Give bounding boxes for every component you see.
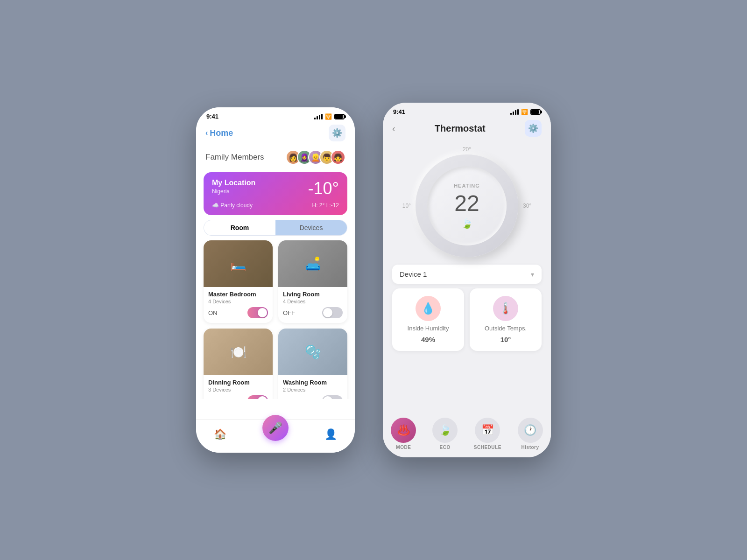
tab-room[interactable]: Room xyxy=(204,220,275,235)
family-label: Family Members xyxy=(205,153,264,162)
history-label: History xyxy=(521,445,539,450)
avatars-group: 👩 🧕 👱 👦 👧 xyxy=(286,150,345,165)
toggle-master-bedroom[interactable] xyxy=(247,307,268,318)
eco-label: ECO xyxy=(440,445,451,450)
wifi-icon-right: 🛜 xyxy=(521,109,528,115)
thermostat-dial-section: 20° 10° xyxy=(383,141,551,257)
outside-temp-value: 10° xyxy=(500,336,511,343)
thermometer-icon: 🌡️ xyxy=(499,302,513,315)
wifi-icon: 🛜 xyxy=(325,113,332,120)
mode-icon: ♨️ xyxy=(397,424,410,436)
schedule-icon: 📅 xyxy=(481,424,494,436)
sensor-card-humidity: 💧 Inside Humidity 49% xyxy=(392,288,464,351)
eco-leaf-icon: 🍃 xyxy=(461,218,473,229)
thermostat-header: ‹ Thermostat ⚙️ xyxy=(383,118,551,141)
dial-label-right: 30° xyxy=(523,203,531,209)
mic-button[interactable]: 🎤 xyxy=(262,415,289,441)
back-button-thermostat[interactable]: ‹ xyxy=(392,123,395,134)
toggle-living-room[interactable] xyxy=(322,307,343,318)
outside-temp-icon-circle: 🌡️ xyxy=(493,296,518,321)
room-image-washing-room: 🫧 xyxy=(278,329,347,375)
room-card-master-bedroom[interactable]: 🛏️ Master Bedroom 4 Devices ON xyxy=(204,240,273,323)
history-icon-circle: 🕐 xyxy=(518,418,543,443)
home-phone: 9:41 🛜 ‹ Home ⚙️ Family Members 👩 xyxy=(196,107,355,453)
tab-devices[interactable]: Devices xyxy=(275,220,347,235)
gear-icon: ⚙️ xyxy=(332,128,342,138)
eco-icon: 🍃 xyxy=(439,424,451,436)
heating-mode-label: HEATING xyxy=(454,183,480,189)
battery-icon xyxy=(334,114,345,119)
thermostat-dial[interactable]: HEATING 22 🍃 xyxy=(416,154,518,257)
history-icon: 🕐 xyxy=(524,424,536,436)
left-header: ‹ Home ⚙️ xyxy=(196,123,355,146)
humidity-label: Inside Humidity xyxy=(408,325,449,332)
room-card-dinning-room[interactable]: 🍽️ Dinning Room 3 Devices ON xyxy=(204,329,273,399)
device-dropdown[interactable]: Device 1 ▾ xyxy=(392,265,542,284)
nav-history[interactable]: 🕐 History xyxy=(518,418,543,450)
bottom-nav-thermostat: ♨️ MODE 🍃 ECO 📅 SCHEDULE 🕐 History xyxy=(383,413,551,457)
signal-icon xyxy=(314,114,323,119)
time-left: 9:41 xyxy=(206,113,218,120)
room-devices-master-bedroom: 4 Devices xyxy=(208,299,268,304)
dial-label-left: 10° xyxy=(402,203,411,209)
bottom-nav-left: 🏠 🎤 👤 xyxy=(196,419,355,453)
time-right: 9:41 xyxy=(393,108,405,115)
room-image-master-bedroom: 🛏️ xyxy=(204,240,273,287)
eco-icon-circle: 🍃 xyxy=(432,418,458,443)
room-devices-tabs: Room Devices xyxy=(204,220,347,236)
sensor-card-outside-temp: 🌡️ Outside Temps. 10° xyxy=(470,288,542,351)
status-icons-right: 🛜 xyxy=(510,109,541,115)
mode-label: MODE xyxy=(396,445,411,450)
mode-icon-circle: ♨️ xyxy=(391,418,416,443)
room-devices-living-room: 4 Devices xyxy=(283,299,343,304)
room-name-master-bedroom: Master Bedroom xyxy=(208,291,268,298)
dial-temp-value: 22 xyxy=(454,190,479,216)
location-title: My Location xyxy=(212,179,255,187)
room-card-living-room[interactable]: 🛋️ Living Room 4 Devices OFF xyxy=(278,240,347,323)
toggle-washing-room[interactable] xyxy=(322,395,343,399)
family-section: Family Members 👩 🧕 👱 👦 👧 xyxy=(196,146,355,168)
toggle-label-washing-room: OFF xyxy=(283,398,295,399)
room-image-living-room: 🛋️ xyxy=(278,240,347,287)
gear-icon-right: ⚙️ xyxy=(528,123,538,133)
status-bar-left: 9:41 🛜 xyxy=(196,107,355,123)
room-name-dinning-room: Dinning Room xyxy=(208,379,268,386)
toggle-dinning-room[interactable] xyxy=(247,395,268,399)
thermostat-title: Thermostat xyxy=(435,123,486,134)
toggle-label-living-room: OFF xyxy=(283,309,295,316)
schedule-icon-circle: 📅 xyxy=(475,418,500,443)
location-sub: Nigeria xyxy=(212,188,255,195)
dial-inner-display: HEATING 22 🍃 xyxy=(427,166,507,245)
weather-condition: ☁️ Partly cloudy xyxy=(212,202,253,209)
humidity-icon-circle: 💧 xyxy=(416,296,441,321)
nav-person-icon[interactable]: 👤 xyxy=(324,428,337,441)
signal-icon-right xyxy=(510,109,519,115)
avatar-5: 👧 xyxy=(331,150,345,165)
back-home-button[interactable]: ‹ Home xyxy=(205,128,233,138)
status-bar-right: 9:41 🛜 xyxy=(383,103,551,118)
device-selected-label: Device 1 xyxy=(400,270,427,278)
nav-mode[interactable]: ♨️ MODE xyxy=(391,418,416,450)
room-name-washing-room: Washing Room xyxy=(283,379,343,386)
settings-button[interactable]: ⚙️ xyxy=(329,125,345,141)
home-label: Home xyxy=(210,128,233,138)
nav-home-icon[interactable]: 🏠 xyxy=(214,428,226,441)
room-card-washing-room[interactable]: 🫧 Washing Room 2 Devices OFF xyxy=(278,329,347,399)
outside-temp-label: Outside Temps. xyxy=(485,325,527,332)
thermostat-settings-button[interactable]: ⚙️ xyxy=(525,120,542,137)
room-grid: 🛏️ Master Bedroom 4 Devices ON 🛋️ Living… xyxy=(196,240,355,399)
nav-schedule[interactable]: 📅 SCHEDULE xyxy=(474,418,501,450)
room-image-dinning-room: 🍽️ xyxy=(204,329,273,375)
mic-icon: 🎤 xyxy=(268,421,282,434)
schedule-label: SCHEDULE xyxy=(474,445,501,450)
humidity-icon: 💧 xyxy=(421,302,435,315)
chevron-left-icon: ‹ xyxy=(205,129,208,137)
nav-eco[interactable]: 🍃 ECO xyxy=(432,418,458,450)
toggle-label-master-bedroom: ON xyxy=(208,309,218,316)
dial-outer-ring: HEATING 22 🍃 xyxy=(416,154,518,257)
toggle-label-dinning-room: ON xyxy=(208,398,218,399)
room-devices-dinning-room: 3 Devices xyxy=(208,387,268,392)
chevron-down-icon: ▾ xyxy=(531,271,534,278)
weather-highlow: H: 2° L:-12 xyxy=(312,202,339,209)
humidity-value: 49% xyxy=(421,336,435,343)
